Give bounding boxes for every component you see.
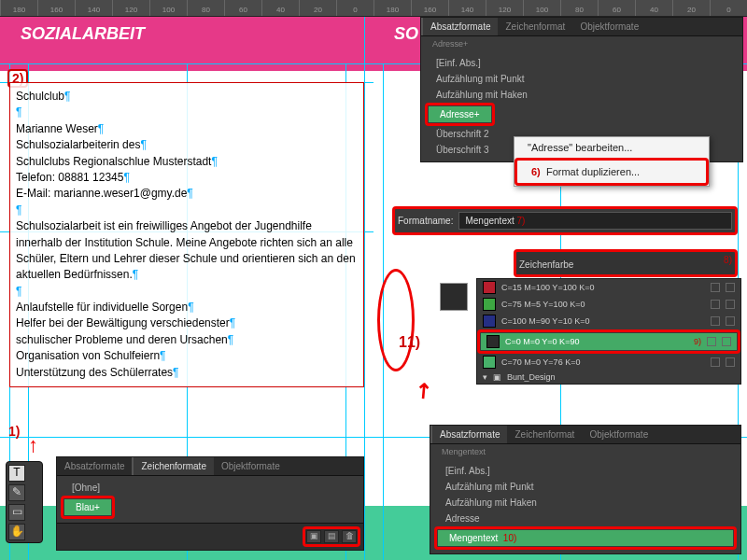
folder-icon: ▣ xyxy=(493,372,501,382)
arrow-up-icon: ↑ xyxy=(28,433,38,457)
tab-zeichenformat[interactable]: Zeichenformat xyxy=(498,18,572,35)
left-document-pane: SOZIALARBEIT 2) Schulclub¶ ¶ Marianne We… xyxy=(0,17,374,560)
hand-tool[interactable]: ✋ xyxy=(8,524,25,540)
style-row[interactable]: Aufzählung mit Haken xyxy=(434,495,737,511)
swatch-row[interactable]: C=100 M=90 Y=10 K=0 xyxy=(477,313,740,329)
bullet-line: Anlaufstelle für individuelle Sorgen¶ xyxy=(16,300,358,315)
swatch-k90[interactable]: C=0 M=0 Y=0 K=909) xyxy=(481,333,737,350)
style-row[interactable]: Aufzählung mit Haken xyxy=(425,87,739,103)
formatname-input[interactable]: Mengentext 7) xyxy=(458,212,732,230)
tab-objektformate[interactable]: Objektformate xyxy=(582,426,655,443)
swatch-row[interactable]: C=70 M=0 Y=76 K=0 xyxy=(477,354,740,371)
marker-1: 1) xyxy=(6,424,22,439)
style-mengentext[interactable]: Mengentext 10) xyxy=(438,530,733,546)
tab-absatzformate[interactable]: Absatzformate xyxy=(57,457,132,475)
rect-tool[interactable]: ▭ xyxy=(8,504,25,521)
address-line: E-Mail: marianne.weser1@gmy.de¶ xyxy=(16,186,358,202)
page-title-band: SOZIALARBEIT xyxy=(9,17,364,63)
right-document-pane: SO Absatzformate Zeichenformat Objektfor… xyxy=(374,17,747,560)
tab-zeichenformat[interactable]: Zeichenformat xyxy=(507,426,582,443)
context-menu[interactable]: "Adresse" bearbeiten... 6) Format dupliz… xyxy=(514,136,710,187)
breadcrumb: Mengentext xyxy=(430,444,740,459)
style-row[interactable]: Adresse xyxy=(434,511,737,526)
character-styles-panel[interactable]: Absatzformate Zeichenformate Objektforma… xyxy=(56,456,364,551)
ruler-horizontal: 1801601401201008060402001801601401201008… xyxy=(0,0,747,17)
style-row[interactable]: Aufzählung mit Punkt xyxy=(434,479,737,495)
swatches-panel[interactable]: C=15 M=100 Y=100 K=0 C=75 M=5 Y=100 K=0 … xyxy=(476,278,741,385)
address-line: Schulclubs Regionalschlue Musterstadt¶ xyxy=(16,154,358,170)
swatch-row[interactable]: C=15 M=100 Y=100 K=0 xyxy=(477,279,740,296)
tab-objektformate[interactable]: Objektformate xyxy=(572,18,646,35)
menu-edit-style[interactable]: "Adresse" bearbeiten... xyxy=(514,137,709,158)
toolbar: T ✎ ▭ ✋ xyxy=(6,461,43,543)
address-line: Schulsozialarbeiterin des¶ xyxy=(16,137,358,153)
new-folder-button[interactable]: ▣ xyxy=(306,530,321,543)
body-paragraph: Schulsozialarbeit ist ein freiwilliges A… xyxy=(16,218,358,284)
marker-11: 11) xyxy=(396,334,423,351)
text-frame[interactable]: Schulclub¶ ¶ Marianne Weser¶ Schulsozial… xyxy=(9,82,364,387)
address-line: Marianne Weser¶ xyxy=(16,121,358,137)
chevron-down-icon: ▾ xyxy=(483,372,487,382)
pen-tool[interactable]: ✎ xyxy=(8,484,25,501)
formatname-label: Formatname: xyxy=(398,216,453,226)
trash-button[interactable]: 🗑 xyxy=(342,530,357,543)
style-none[interactable]: [Ohne] xyxy=(61,480,359,496)
fill-proxy-icon[interactable] xyxy=(440,283,468,311)
tab-objektformate[interactable]: Objektformate xyxy=(214,457,288,475)
menu-duplicate-style[interactable]: 6) Format duplizieren... xyxy=(518,161,705,182)
address-line: Telefon: 08881 12345¶ xyxy=(16,170,358,186)
new-style-button[interactable]: ▤ xyxy=(324,530,339,543)
paragraph-styles-panel-bottom[interactable]: Absatzformate Zeichenformat Objektformat… xyxy=(430,425,741,554)
tab-absatzformate[interactable]: Absatzformate xyxy=(430,426,507,443)
style-row[interactable]: [Einf. Abs.] xyxy=(425,55,739,71)
swatch-folder[interactable]: ▾▣Bunt_Design xyxy=(477,371,740,384)
bullet-line: Helfer bei der Bewältigung verschiedenst… xyxy=(16,315,358,331)
style-row[interactable]: Aufzählung mit Punkt xyxy=(425,71,739,87)
swatch-row[interactable]: C=75 M=5 Y=100 K=0 xyxy=(477,296,740,313)
bullet-line: Organisation von Schulfeiern¶ xyxy=(16,348,358,364)
type-tool[interactable]: T xyxy=(8,465,25,482)
breadcrumb: Adresse+ xyxy=(421,36,742,51)
tab-zeichenformate[interactable]: Zeichenformate xyxy=(132,457,213,475)
bullet-line: schulischer Probleme und deren Ursachen¶ xyxy=(16,332,358,348)
char-color-label[interactable]: Zeichenfarbe xyxy=(519,259,573,270)
style-blau[interactable]: Blau+ xyxy=(64,499,111,515)
bullet-line: Unterstützung des Schülerrates¶ xyxy=(16,365,358,381)
style-adresse[interactable]: Adresse+ xyxy=(429,106,491,122)
tab-absatzformate[interactable]: Absatzformate xyxy=(421,18,498,35)
style-row[interactable]: [Einf. Abs.] xyxy=(434,463,737,479)
address-line: Schulclub¶ xyxy=(16,89,358,105)
